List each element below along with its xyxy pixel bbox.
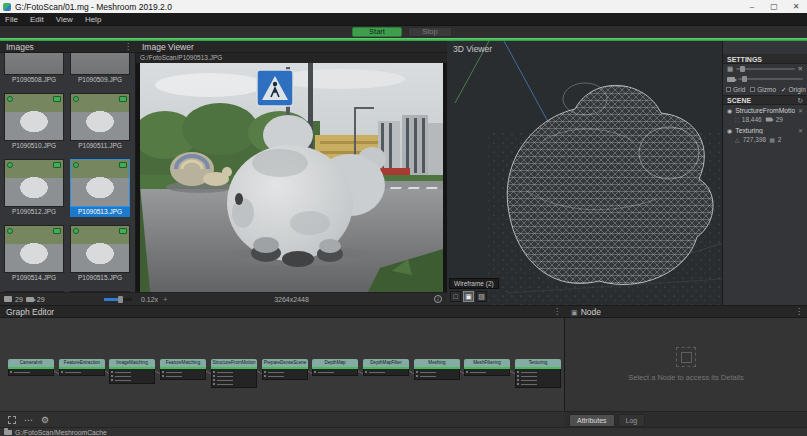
render-solid-icon[interactable]: □ [450,291,461,302]
camera-size-icon [727,77,735,82]
graph-node-title[interactable]: CameraInit [8,359,54,367]
image-thumbnail[interactable]: P1090515.JPG [70,225,130,291]
thumbnail-image[interactable] [4,53,64,75]
origin-label: Origin [789,86,806,93]
visibility-icon[interactable]: ◉ [727,107,732,114]
render-wireframe-icon[interactable]: ▣ [463,291,474,302]
image-thumbnail[interactable]: P1090508.JPG [4,53,64,93]
origin-checkbox[interactable]: ✓ Origin [781,86,806,94]
graph-node[interactable]: FeatureExtraction [59,359,105,376]
graph-node-title[interactable]: DepthMapFilter [363,359,409,367]
reconstruction-status-icon [7,96,13,102]
title-bar[interactable]: G:/FotoScan/01.mg - Meshroom 2019.2.0 – … [0,0,807,13]
menu-help[interactable]: Help [85,15,101,24]
more-options-icon[interactable]: ⋯ [24,416,33,424]
menu-view[interactable]: View [56,15,73,24]
node-attribute-row [11,370,51,374]
remove-media-icon[interactable]: ✕ [798,127,803,134]
graph-node-title[interactable]: Texturing [515,359,561,367]
node-attributes [160,369,206,380]
slider-handle[interactable] [742,76,747,82]
scene-item-sfm[interactable]: ◉ StructureFromMotion ✕ [723,105,807,116]
image-thumbnail[interactable]: P1090510.JPG [4,93,64,159]
photo-view[interactable] [136,63,447,292]
menu-file[interactable]: File [5,15,18,24]
graph-node[interactable]: ImageMatching [109,359,155,384]
graph-canvas[interactable]: CameraInitFeatureExtractionImageMatching… [0,318,565,411]
node-panel-header: ▣Node ⋮ [565,306,807,318]
gizmo-checkbox[interactable]: Gizmo [750,86,776,93]
grid-label: Grid [733,86,745,93]
graph-node-title[interactable]: StructureFromMotion [211,359,257,367]
thumbnail-label: P1090510.JPG [4,141,64,151]
scene-item-texturing[interactable]: ◉ Texturing ✕ [723,125,807,136]
graph-node[interactable]: Meshing [414,359,460,380]
close-button[interactable]: ✕ [785,0,807,13]
node-panel: ▣Node ⋮ Select a Node to access its Deta… [565,305,807,427]
graph-menu-icon[interactable]: ⋮ [553,306,561,318]
thumbnail-label: P1090511.JPG [70,141,130,151]
thumbnail-image[interactable] [4,225,64,273]
graph-node-title[interactable]: FeatureExtraction [59,359,105,367]
slider-handle[interactable] [118,296,123,303]
start-button[interactable]: Start [352,27,402,37]
graph-node[interactable]: MeshFiltering [464,359,510,376]
maximize-button[interactable]: ▢ [763,0,785,13]
camera-status-icon [119,96,127,102]
graph-node-title[interactable]: MeshFiltering [464,359,510,367]
graph-node-title[interactable]: ImageMatching [109,359,155,367]
graph-node-title[interactable]: FeatureMatching [160,359,206,367]
node-menu-icon[interactable]: ⋮ [795,306,803,318]
image-thumbnail[interactable]: P1090514.JPG [4,225,64,291]
graph-node[interactable]: StructureFromMotion [211,359,257,388]
graph-node-title[interactable]: Meshing [414,359,460,367]
info-icon[interactable]: i [434,295,442,303]
thumbnail-image[interactable] [4,93,64,141]
thumbnail-image[interactable] [70,225,130,273]
image-viewer-title: Image Viewer [142,42,194,52]
graph-node[interactable]: DepthMapFilter [363,359,409,376]
image-thumbnail[interactable]: P1090512.JPG [4,159,64,225]
remove-media-icon[interactable]: ✕ [798,107,803,114]
stop-button[interactable]: Stop [408,27,452,37]
graph-node[interactable]: PrepareDenseScene [262,359,308,380]
image-thumbnail[interactable]: P1090513.JPG [70,159,130,225]
thumbnail-image[interactable] [70,93,130,141]
viewer-3d[interactable]: 3D Viewer Wireframe (2 [447,41,723,305]
crosshair-icon[interactable]: + [163,296,167,303]
settings-gear-icon[interactable]: ⚙ [41,415,49,425]
scene-title: SCENE [727,97,751,104]
graph-node[interactable]: Texturing [515,359,561,388]
thumbnail-grid[interactable]: P1090508.JPGP1090509.JPGP1090510.JPGP109… [0,53,136,292]
thumbnail-image[interactable] [4,159,64,207]
graph-node[interactable]: DepthMap [312,359,358,376]
camera-status-icon [53,162,61,168]
render-textured-icon[interactable]: ▨ [476,291,487,302]
graph-node[interactable]: CameraInit [8,359,54,376]
cache-path[interactable]: G:/FotoScan/MeshroomCache [15,429,107,436]
zoom-level: 0.12x [141,296,158,303]
graph-node[interactable]: FeatureMatching [160,359,206,380]
viewer-3d-title: 3D Viewer [453,44,492,54]
mesh-canvas[interactable] [447,41,723,305]
grid-checkbox[interactable]: Grid [726,86,745,93]
slider-handle[interactable] [740,66,745,72]
thumbnail-image[interactable] [70,53,130,75]
visibility-icon[interactable]: ◉ [727,127,732,134]
sync-icon[interactable]: ↻ [797,96,803,106]
menu-edit[interactable]: Edit [30,15,44,24]
point-size-slider[interactable] [736,68,794,70]
graph-node-title[interactable]: DepthMap [312,359,358,367]
image-thumbnail[interactable]: P1090509.JPG [70,53,130,93]
tab-log[interactable]: Log [618,414,646,427]
image-thumbnail[interactable]: P1090511.JPG [70,93,130,159]
maximize-viewer-icon[interactable]: ✕ [798,65,803,73]
fit-graph-icon[interactable] [8,416,16,424]
images-menu-icon[interactable]: ⋮ [124,41,132,53]
thumbnail-image[interactable] [70,159,130,207]
graph-node-title[interactable]: PrepareDenseScene [262,359,308,367]
minimize-button[interactable]: – [741,0,763,13]
thumbnail-size-slider[interactable] [104,298,132,301]
tab-attributes[interactable]: Attributes [569,414,615,427]
camera-size-slider[interactable] [738,78,803,80]
